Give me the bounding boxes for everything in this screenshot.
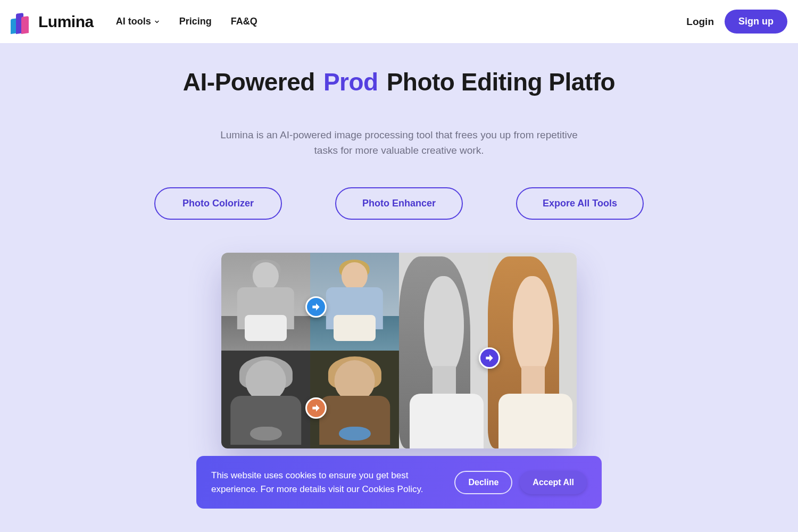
login-link[interactable]: Login xyxy=(686,16,714,28)
sample-before-3 xyxy=(399,253,488,448)
header: Lumina AI tools Pricing FA&Q Login Sign … xyxy=(0,0,798,43)
chevron-down-icon xyxy=(154,19,160,25)
signup-button[interactable]: Sign up xyxy=(725,10,787,34)
arrow-icon xyxy=(305,296,327,318)
hero-subtitle: Lumina is an AI-powered image processing… xyxy=(218,127,580,159)
cookie-actions: Decline Accept All xyxy=(454,471,587,494)
explore-all-tools-button[interactable]: Expore All Tools xyxy=(516,187,644,220)
hero: AI-Powered Prod Photo Editing Platfo Lum… xyxy=(0,43,798,448)
sample-before-1 xyxy=(221,253,310,351)
sample-after-2 xyxy=(310,351,399,448)
nav-ai-tools-label: AI tools xyxy=(116,16,151,27)
showcase-image xyxy=(221,253,577,448)
hero-title-suffix: Photo Editing Platfo xyxy=(387,68,616,96)
hero-title-prefix: AI-Powered xyxy=(183,68,315,96)
nav-pricing-label: Pricing xyxy=(179,16,212,27)
brand-name: Lumina xyxy=(38,13,94,31)
arrow-icon xyxy=(305,397,327,419)
photo-colorizer-button[interactable]: Photo Colorizer xyxy=(154,187,282,220)
arrow-icon xyxy=(479,347,500,369)
sample-before-2 xyxy=(221,351,310,448)
sample-after-3 xyxy=(488,253,577,448)
cta-row: Photo Colorizer Photo Enhancer Expore Al… xyxy=(0,187,798,220)
logo-icon xyxy=(11,10,34,34)
main-nav: AI tools Pricing FA&Q xyxy=(116,16,257,27)
nav-pricing[interactable]: Pricing xyxy=(179,16,212,27)
cookie-text: This website uses cookies to ensure you … xyxy=(211,469,444,496)
cookie-accept-button[interactable]: Accept All xyxy=(520,471,587,494)
nav-faq-label: FA&Q xyxy=(231,16,257,27)
photo-enhancer-button[interactable]: Photo Enhancer xyxy=(335,187,463,220)
cookie-banner: This website uses cookies to ensure you … xyxy=(196,456,602,509)
header-auth: Login Sign up xyxy=(686,10,787,34)
cookie-decline-button[interactable]: Decline xyxy=(454,471,512,494)
hero-title-accent: Prod xyxy=(323,68,378,96)
nav-faq[interactable]: FA&Q xyxy=(231,16,257,27)
logo[interactable]: Lumina xyxy=(11,10,94,34)
nav-ai-tools[interactable]: AI tools xyxy=(116,16,160,27)
hero-title: AI-Powered Prod Photo Editing Platfo xyxy=(0,68,798,96)
